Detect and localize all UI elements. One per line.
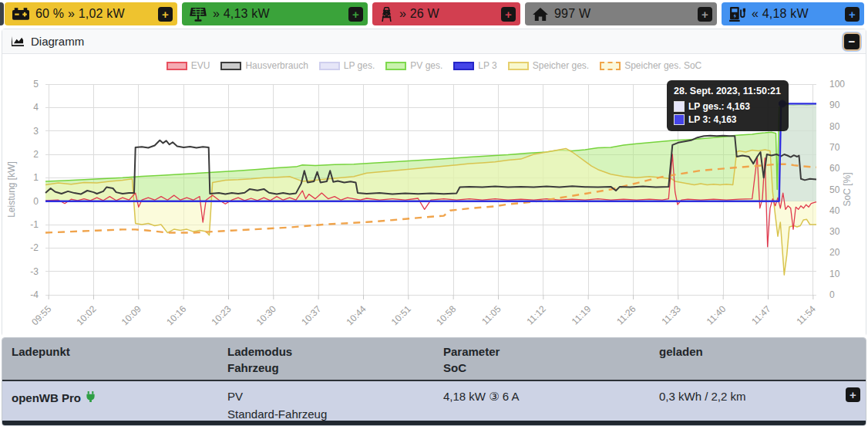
legend-item-speicher-ges-soc[interactable]: Speicher ges. SoC bbox=[600, 60, 701, 71]
legend-item-pv-ges-[interactable]: PV ges. bbox=[385, 60, 442, 71]
legend-item-lp-3[interactable]: LP 3 bbox=[453, 60, 496, 71]
svg-text:10:09: 10:09 bbox=[119, 303, 143, 327]
chargepoint-name-cell: openWB Pro bbox=[2, 381, 218, 423]
svg-text:1: 1 bbox=[33, 172, 39, 183]
svg-text:11:12: 11:12 bbox=[524, 303, 548, 327]
lp3-swatch bbox=[674, 114, 685, 125]
svg-text:10:30: 10:30 bbox=[254, 303, 278, 327]
svg-text:-3: -3 bbox=[30, 266, 39, 277]
pv-badge-label: » 4,13 kW bbox=[213, 7, 270, 21]
legend-swatch bbox=[508, 62, 529, 70]
pv-expand-button[interactable]: + bbox=[348, 7, 363, 22]
diagram-title: Diagramm bbox=[31, 35, 84, 48]
transmission-tower-icon bbox=[380, 6, 393, 22]
svg-text:SoC [%]: SoC [%] bbox=[842, 172, 853, 206]
charged-amount: 0,3 kWh / 2,2 km bbox=[659, 390, 746, 403]
diagram-card: Diagramm − -4-3-2-1012345010203040506070… bbox=[2, 29, 866, 336]
car-battery-icon bbox=[12, 8, 29, 20]
svg-text:Leistung [kW]: Leistung [kW] bbox=[6, 161, 17, 218]
chargepoint-badge-label: « 4,18 kW bbox=[752, 7, 809, 21]
legend-swatch bbox=[319, 62, 340, 70]
svg-text:11:19: 11:19 bbox=[570, 303, 594, 327]
legend-swatch bbox=[600, 62, 621, 70]
charge-parameter: 4,18 kW ③ 6 A bbox=[443, 390, 520, 403]
svg-text:11:40: 11:40 bbox=[705, 303, 728, 327]
legend-label: PV ges. bbox=[410, 60, 442, 71]
grid-expand-button[interactable]: + bbox=[501, 7, 516, 22]
tooltip-lp3-text: LP 3: 4,163 bbox=[688, 114, 736, 125]
power-chart[interactable]: -4-3-2-1012345010203040506070809010009:5… bbox=[2, 54, 866, 336]
svg-text:11:26: 11:26 bbox=[614, 303, 638, 327]
charge-mode: PV bbox=[227, 387, 434, 405]
mode-vehicle-cell: PV Standard-Fahrzeug bbox=[218, 381, 434, 423]
legend-label: LP 3 bbox=[478, 60, 496, 71]
svg-text:11:33: 11:33 bbox=[659, 303, 683, 327]
svg-text:90: 90 bbox=[829, 100, 840, 110]
tooltip-timestamp: 28. Sept. 2023, 11:50:21 bbox=[674, 86, 781, 96]
tooltip-row-lp-ges: LP ges.: 4,163 bbox=[674, 101, 781, 112]
svg-text:100: 100 bbox=[829, 79, 845, 90]
parameter-cell: 4,18 kW ③ 6 A bbox=[434, 381, 650, 423]
legend-item-lp-ges-[interactable]: LP ges. bbox=[319, 60, 375, 71]
area-chart-icon bbox=[12, 36, 25, 47]
house-status-badge[interactable]: 997 W + bbox=[525, 2, 717, 25]
svg-text:10:51: 10:51 bbox=[389, 303, 413, 327]
legend-item-evu[interactable]: EVU bbox=[167, 60, 210, 71]
header-ladepunkt: Ladepunkt bbox=[2, 338, 218, 380]
house-icon bbox=[533, 7, 548, 21]
battery-badge-label: 60 % » 1,02 kW bbox=[35, 7, 125, 21]
chargepoint-expand-button[interactable]: + bbox=[845, 7, 860, 22]
svg-text:2: 2 bbox=[33, 149, 39, 160]
battery-status-badge[interactable]: 60 % » 1,02 kW + bbox=[5, 2, 177, 25]
svg-text:0: 0 bbox=[33, 196, 39, 207]
grid-status-badge[interactable]: » 26 W + bbox=[372, 2, 520, 25]
diagram-collapse-button[interactable]: − bbox=[844, 34, 860, 49]
legend-swatch bbox=[220, 62, 241, 70]
legend-label: LP ges. bbox=[344, 60, 375, 71]
svg-text:11:47: 11:47 bbox=[749, 303, 773, 327]
legend-swatch bbox=[385, 62, 406, 70]
svg-text:60: 60 bbox=[829, 163, 840, 174]
svg-text:10:16: 10:16 bbox=[164, 303, 188, 327]
footer-strip bbox=[2, 421, 866, 425]
svg-text:30: 30 bbox=[829, 226, 840, 237]
chargepoint-status-badge[interactable]: « 4,18 kW + bbox=[722, 2, 864, 25]
house-badge-label: 997 W bbox=[554, 7, 590, 21]
svg-text:09:55: 09:55 bbox=[29, 303, 53, 327]
svg-text:40: 40 bbox=[829, 205, 840, 216]
svg-text:20: 20 bbox=[829, 247, 840, 258]
legend-item-speicher-ges-[interactable]: Speicher ges. bbox=[508, 60, 589, 71]
tooltip-lp-ges-text: LP ges.: 4,163 bbox=[688, 101, 750, 112]
svg-text:5: 5 bbox=[33, 79, 39, 90]
charging-station-icon bbox=[729, 7, 745, 22]
legend-item-hausverbrauch[interactable]: Hausverbrauch bbox=[220, 60, 308, 71]
chargepoint-row: openWB Pro PV Standard-Fahrzeug 4,18 kW … bbox=[2, 380, 866, 422]
svg-text:10: 10 bbox=[829, 269, 840, 279]
openwb-status-page: 60 % » 1,02 kW + » 4,13 kW + » 26 W + 99… bbox=[0, 0, 868, 426]
legend-label: Speicher ges. bbox=[533, 60, 589, 71]
svg-text:10:44: 10:44 bbox=[344, 303, 368, 327]
tooltip-row-lp3: LP 3: 4,163 bbox=[674, 114, 781, 125]
svg-text:10:23: 10:23 bbox=[209, 303, 233, 327]
svg-text:4: 4 bbox=[33, 102, 39, 113]
svg-text:10:37: 10:37 bbox=[299, 303, 323, 327]
chart-tooltip: 28. Sept. 2023, 11:50:21 LP ges.: 4,163 … bbox=[667, 80, 789, 131]
table-header-row: Ladepunkt LademodusFahrzeug ParameterSoC… bbox=[2, 338, 866, 380]
svg-text:10:58: 10:58 bbox=[434, 303, 458, 327]
lp-ges-swatch bbox=[674, 101, 685, 112]
pv-status-badge[interactable]: » 4,13 kW + bbox=[182, 2, 368, 25]
chargepoint-expand-button[interactable]: + bbox=[846, 387, 860, 402]
status-badge-bar: 60 % » 1,02 kW + » 4,13 kW + » 26 W + 99… bbox=[0, 0, 868, 28]
legend-label: Speicher ges. SoC bbox=[624, 60, 701, 71]
charged-cell: 0,3 kWh / 2,2 km bbox=[650, 381, 866, 423]
svg-text:-4: -4 bbox=[30, 289, 39, 300]
svg-text:70: 70 bbox=[829, 142, 840, 153]
house-expand-button[interactable]: + bbox=[698, 7, 712, 22]
battery-expand-button[interactable]: + bbox=[158, 7, 173, 22]
svg-text:80: 80 bbox=[829, 121, 840, 132]
svg-text:50: 50 bbox=[829, 184, 840, 195]
chart-legend: EVUHausverbrauchLP ges.PV ges.LP 3Speich… bbox=[2, 60, 866, 71]
svg-text:11:05: 11:05 bbox=[479, 303, 503, 327]
legend-label: Hausverbrauch bbox=[245, 60, 308, 71]
grid-badge-label: » 26 W bbox=[399, 7, 439, 21]
